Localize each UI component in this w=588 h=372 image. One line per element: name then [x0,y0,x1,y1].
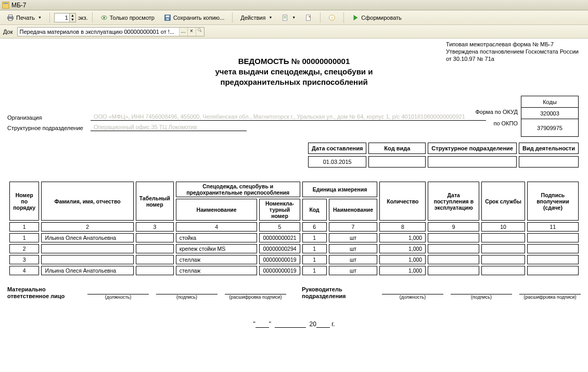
doc-field[interactable]: Передача материалов в эксплуатацию 00000… [17,27,204,36]
codes-block: Форма по ОКУД по ОКПО Коды 320003 379099… [476,96,579,137]
okud-value: 320003 [521,108,579,119]
toolbar-separator [92,12,93,23]
save-copy-button[interactable]: Сохранить копию... [160,12,228,23]
col-spec-group: Спецодежда, спецобувь и предохранительны… [176,182,300,197]
svg-rect-4 [9,18,12,20]
view-only-button[interactable]: Только просмотр [97,12,158,23]
meta-dept [428,156,517,168]
dept-value: Операционный офис 35 ТЦ Локомотив [91,124,247,131]
spinner-down[interactable]: ▼ [69,18,75,22]
sign-left-label: Материально ответственное лицо [7,286,80,300]
view-only-label: Только просмотр [110,15,155,21]
sign-left-sign [156,286,218,294]
action-icon-1[interactable]: ▼ [278,12,299,23]
col-unit-group: Единица измерения [302,182,378,197]
print-button[interactable]: Печать ▼ [3,12,45,23]
meta-table: Дата составления Код вида Структурное по… [306,140,581,170]
okpo-label: по ОКПО [476,118,518,129]
chevron-down-icon: ▼ [38,16,42,19]
action-icon-2[interactable] [301,12,316,23]
ellipsis-button[interactable]: … [179,28,187,36]
window-title: МБ-7 [11,2,27,9]
doc-value: Передача материалов в эксплуатацию 00000… [20,29,179,35]
svg-line-15 [200,30,202,32]
meta-date: 01.03.2015 [308,156,366,168]
table-row: 4Ильина Олеся Анатольевнастеллаж00000000… [9,266,579,275]
meta-activity [519,156,579,168]
col-ucode: Код [302,199,327,221]
col-date: Дата поступления в эксплуатацию [428,182,479,221]
col-uname: Наименование [329,199,378,221]
chevron-down-icon: ▼ [269,16,272,19]
lookup-button[interactable] [196,28,204,36]
svg-rect-8 [165,15,169,17]
col-nomen: Номенкла-турный номер [259,199,300,221]
generate-label: Сформировать [361,15,402,21]
actions-label: Действия [240,15,265,21]
dept-label: Структурное подразделение [7,125,91,131]
svg-rect-10 [283,15,287,20]
meta-code [368,156,426,168]
okud-label: Форма по ОКУД [476,106,518,118]
form-approval-text: Типовая межотраслевая форма № МБ-7 Утвер… [446,41,579,62]
help-button[interactable]: ? [325,12,339,23]
codes-header: Коды [521,96,579,108]
magnifier-icon [197,28,202,33]
date-line: "" 20 г. [7,320,581,328]
toolbar-separator [49,12,50,23]
col-tab: Табельный номер [136,182,174,221]
copies-input[interactable] [55,14,69,21]
document-page: Типовая межотраслевая форма № МБ-7 Утвер… [0,39,588,338]
doc-icon [282,14,289,21]
sign-left-post [87,286,149,294]
col-qty: Количество [379,182,426,221]
svg-text:?: ? [331,16,334,20]
toolbar-separator [320,12,321,23]
floppy-icon [164,14,171,21]
meta-h4: Вид деятельности [519,143,579,154]
sign-right-name [519,286,581,294]
col-life: Срок службы [481,182,525,221]
org-value: ООО «МФЦ», ИНН 7456008496, 455000, Челяб… [91,113,486,121]
play-icon [352,14,359,21]
sign-right-sign [451,286,512,294]
table-row: 3стеллаж000000000191шт1,000 [9,255,579,264]
copies-spinner[interactable]: ▲ ▼ [54,13,76,22]
main-toolbar: Печать ▼ ▲ ▼ экз. Только просмотр Сохран… [0,10,588,25]
main-data-table: Номер по порядку Фамилия, имя, отчество … [7,180,581,277]
toolbar-separator [343,12,344,23]
spinner-up[interactable]: ▲ [69,14,75,18]
sign-right-post [382,286,443,294]
svg-rect-1 [4,3,8,4]
svg-point-14 [198,28,200,31]
signatures-block: Материально ответственное лицо (должност… [7,286,581,300]
eye-icon [100,14,108,21]
okpo-value: 37909975 [521,119,579,137]
window-titlebar: МБ-7 [0,0,588,10]
org-label: Организация [7,114,91,121]
doc-label: Док [3,29,13,35]
svg-rect-3 [9,15,12,17]
table-row: 1Ильина Олеся Анатольевнастойка000000000… [9,233,579,242]
col-fio: Фамилия, имя, отчество [41,182,133,221]
chevron-down-icon: ▼ [292,16,296,19]
meta-h1: Дата составления [308,143,366,154]
sign-right-label: Руководитель подразделения [302,286,375,300]
col-n: Номер по порядку [9,182,39,221]
svg-rect-9 [166,18,169,20]
svg-point-6 [103,17,105,19]
meta-h3: Структурное подразделение [428,143,517,154]
actions-button[interactable]: Действия ▼ [237,13,276,22]
print-label: Печать [16,15,35,21]
col-sign: Подпись вполучении (сдаче) [527,182,579,221]
generate-button[interactable]: Сформировать [348,12,405,23]
clear-button[interactable]: × [187,28,196,36]
doc-out-icon [305,14,312,21]
copies-label: экз. [78,15,88,21]
help-icon: ? [328,14,336,21]
sign-left-name [225,286,286,294]
app-icon [2,2,9,9]
printer-icon [7,14,14,21]
table-row: 2крепеж стойки MS000000002941шт1,000 [9,244,579,253]
save-copy-label: Сохранить копию... [173,15,224,21]
